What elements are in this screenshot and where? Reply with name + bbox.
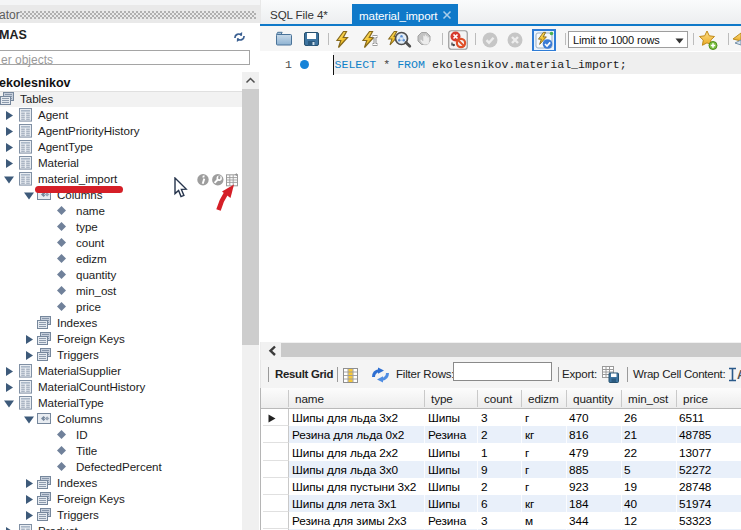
- svg-text:A: A: [737, 368, 741, 382]
